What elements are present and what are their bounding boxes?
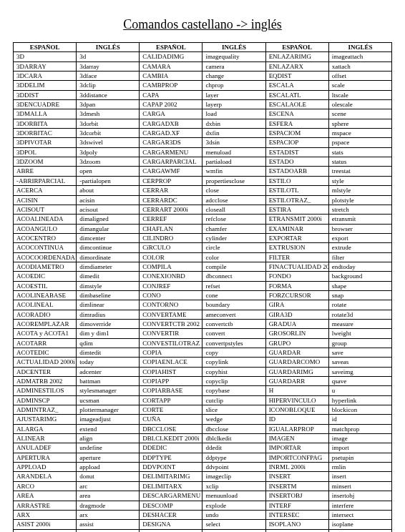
table-cell: ENLAZARIMG xyxy=(265,52,328,61)
table-cell: ACISOUT xyxy=(14,205,77,214)
table-cell: CONVESTILOTRAZ 2002 xyxy=(140,338,202,348)
table-cell: ADMINSCP xyxy=(14,395,77,405)
table-cell: shape xyxy=(328,281,391,290)
table-cell: DBLCLKEDIT 2000i xyxy=(140,434,202,443)
table-row: ACOLINEALdimlinearCONTORNOboundaryGIRAro… xyxy=(14,300,392,310)
table-cell: ACOANGULO xyxy=(14,224,77,233)
table-cell: COPIARBASE xyxy=(140,386,202,395)
table-cell: 3DORBITAC xyxy=(14,129,77,138)
table-cell: xattach xyxy=(328,61,391,71)
table-cell: u xyxy=(328,386,391,395)
table-cell: 3dpan xyxy=(77,100,140,109)
table-cell: ASIST 2000i xyxy=(14,520,77,529)
table-cell: ESCALATL xyxy=(265,90,328,99)
table-cell: ADMINESTILOS xyxy=(14,386,77,395)
table-cell: CONO xyxy=(140,290,202,300)
table-row: ARXarxDESHACERundoINTERSECintersect xyxy=(14,510,392,519)
table-cell: CERRAR xyxy=(140,186,202,195)
table-cell: undo xyxy=(202,510,265,519)
table-cell: ddvpoint xyxy=(202,463,265,472)
table-cell: CAPA xyxy=(140,90,202,99)
table-cell: COPIAENLACE xyxy=(140,358,202,367)
table-cell: dxbin xyxy=(202,119,265,128)
table-cell: CAMBPROP xyxy=(140,81,202,90)
table-cell: blockicon xyxy=(328,405,391,415)
table-cell: ACISIN xyxy=(14,195,77,205)
table-cell: ESTADIST xyxy=(265,147,328,157)
table-cell: DDEDIC xyxy=(140,443,202,453)
table-cell: acisin xyxy=(77,195,140,205)
table-cell: 3dclip xyxy=(77,81,140,90)
table-cell: ESTADO xyxy=(265,157,328,167)
table-cell: close xyxy=(202,186,265,195)
table-cell: insert xyxy=(328,472,391,481)
table-cell: DDPTYPE xyxy=(140,453,202,462)
table-cell: 3DPIVOTAR xyxy=(14,138,77,147)
table-cell: CERRART 2000i xyxy=(140,205,202,214)
table-cell: -ABRIRPARCIAL xyxy=(14,176,77,185)
table-cell: menuunload xyxy=(202,491,265,501)
table-cell: open xyxy=(77,167,140,176)
table-cell: dimoverride xyxy=(77,319,140,328)
table-cell: IMPORTAR xyxy=(265,443,328,453)
table-cell: dimdiameter xyxy=(77,262,140,271)
table-cell: COMPILA xyxy=(140,262,202,271)
table-cell: IGUALARPROP xyxy=(265,424,328,433)
table-cell: area xyxy=(77,491,140,501)
table-cell: qsave xyxy=(328,377,391,386)
table-cell: ACOTEDIC xyxy=(14,348,77,358)
table-cell: 3d xyxy=(77,52,140,61)
table-cell: move xyxy=(202,529,265,532)
table-cell: dimstyle xyxy=(77,281,140,290)
table-cell: ESPACIOM xyxy=(265,129,328,138)
table-cell: select xyxy=(202,520,265,529)
table-row: 3DENCUADRE3dpanCAPAP 2002layerpESCALAOLE… xyxy=(14,100,392,109)
table-row: ACODIAMETROdimdiameterCOMPILAcompileFINA… xyxy=(14,262,392,271)
table-row: ARANDELAdonutDELIMITARIMGimageclipINSERT… xyxy=(14,472,392,481)
table-cell: imageclip xyxy=(202,472,265,481)
table-cell: AJUSTARIMG xyxy=(14,415,77,424)
column-header: INGLÉS xyxy=(77,43,140,52)
table-cell: CAMBIA xyxy=(140,72,202,81)
table-row: ACOANGULOdimangularCHAFLANchamferEXAMINA… xyxy=(14,224,392,233)
table-cell: dimangular xyxy=(77,224,140,233)
table-cell: saveimg xyxy=(328,367,391,376)
table-cell: refclose xyxy=(202,215,265,224)
table-cell: FORMA xyxy=(265,281,328,290)
column-header: INGLÉS xyxy=(328,43,391,52)
table-cell: ABRE xyxy=(14,167,77,176)
table-cell: ESCENA xyxy=(265,109,328,119)
table-cell: arx xyxy=(77,510,140,519)
table-cell: compile xyxy=(202,262,265,271)
table-cell: ACOTA y ACOTA1 xyxy=(14,329,77,338)
table-cell: plottermanager xyxy=(77,405,140,415)
table-cell: ucsman xyxy=(77,395,140,405)
header-row: ESPAÑOLINGLÉSESPAÑOLINGLÉSESPAÑOLINGLÉS xyxy=(14,43,392,52)
table-cell: dim y dim1 xyxy=(77,329,140,338)
table-cell: copyhist xyxy=(202,367,265,376)
table-cell: INTERSEC xyxy=(265,510,328,519)
table-cell: CONTORNO xyxy=(140,300,202,310)
table-cell: ACOALINEADA xyxy=(14,215,77,224)
table-row: 3DORBITAC3dcorbitCARGAD.XFdxfinESPACIOMm… xyxy=(14,129,392,138)
table-row: ALARGAextendDBCCLOSEdbccloseIGUALARPROPm… xyxy=(14,424,392,433)
table-cell: dimedit xyxy=(77,272,140,281)
table-cell: cone xyxy=(202,290,265,300)
table-cell: convertctb xyxy=(202,319,265,328)
table-cell: ddptype xyxy=(202,453,265,462)
table-cell: acisout xyxy=(77,205,140,214)
table-cell: GRADUA xyxy=(265,319,328,328)
table-row: ADMINTRAZ_plottermanagerCORTEsliceICONOB… xyxy=(14,405,392,415)
column-header: ESPAÑOL xyxy=(14,43,77,52)
table-cell: background xyxy=(328,272,391,281)
table-cell: copyclip xyxy=(202,377,265,386)
table-cell: EQDIST xyxy=(265,72,328,81)
table-cell: import xyxy=(328,443,391,453)
table-cell: ACOLINEABASE xyxy=(14,290,77,300)
table-row: ABREopenCARGAWMFwmfinESTADOARBtreestat xyxy=(14,167,392,176)
table-cell: olescale xyxy=(328,100,391,109)
table-cell: 3DORBITA xyxy=(14,119,77,128)
table-cell: rmlin xyxy=(328,463,391,472)
table-cell: dimcenter xyxy=(77,233,140,242)
table-cell: 3DENCUADRE xyxy=(14,100,77,109)
